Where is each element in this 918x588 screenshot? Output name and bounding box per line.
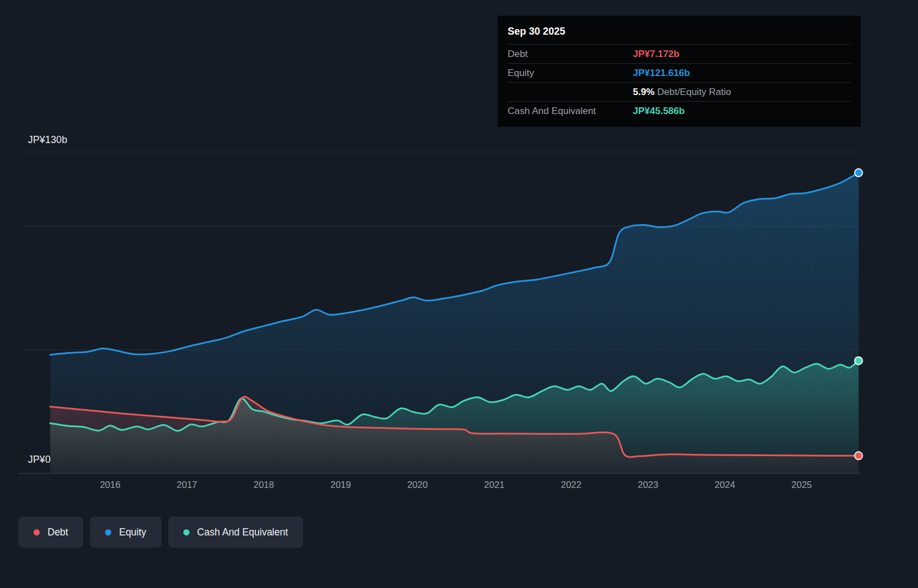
x-axis-label-2021: 2021: [484, 480, 505, 490]
tooltip-row-debt: Debt JP¥7.172b: [508, 44, 851, 63]
x-axis: 2016201720182019202020212022202320242025: [0, 480, 918, 494]
end-marker-equity: [855, 169, 863, 177]
tooltip-ratio-value: 5.9% Debt/Equity Ratio: [633, 87, 731, 98]
debt-series-dot-icon: [34, 529, 40, 535]
end-marker-debt: [855, 452, 863, 459]
end-marker-cash-and-equivalent: [855, 357, 863, 364]
legend-debt-label: Debt: [48, 527, 68, 538]
tooltip-equity-value: JP¥121.616b: [633, 68, 690, 79]
equity-series-dot-icon: [105, 529, 111, 535]
legend-equity-label: Equity: [119, 527, 146, 538]
tooltip: Sep 30 2025 Debt JP¥7.172b Equity JP¥121…: [498, 16, 861, 127]
tooltip-row-equity: Equity JP¥121.616b: [508, 63, 851, 82]
tooltip-date: Sep 30 2025: [508, 20, 851, 44]
legend-item-cash[interactable]: Cash And Equivalent: [168, 516, 303, 548]
cash-series-dot-icon: [183, 529, 190, 535]
x-axis-label-2024: 2024: [714, 480, 735, 490]
legend-item-debt[interactable]: Debt: [18, 516, 83, 548]
financial-history-chart-panel: JP¥130b JP¥0 201620172018201920202021202…: [0, 0, 918, 588]
x-axis-label-2019: 2019: [330, 480, 351, 490]
tooltip-cash-label: Cash And Equivalent: [508, 106, 633, 117]
x-axis-label-2016: 2016: [100, 480, 121, 490]
tooltip-ratio-percent: 5.9%: [633, 87, 655, 97]
x-axis-label-2022: 2022: [561, 480, 581, 490]
x-axis-label-2020: 2020: [407, 480, 428, 490]
tooltip-debt-label: Debt: [508, 49, 633, 60]
tooltip-row-ratio: 5.9% Debt/Equity Ratio: [508, 82, 851, 101]
tooltip-row-cash: Cash And Equivalent JP¥45.586b: [508, 101, 851, 120]
x-axis-label-2025: 2025: [792, 480, 812, 490]
x-axis-label-2018: 2018: [254, 480, 275, 490]
tooltip-ratio-label: Debt/Equity Ratio: [657, 87, 731, 97]
tooltip-cash-value: JP¥45.586b: [633, 106, 685, 117]
legend: Debt Equity Cash And Equivalent: [18, 516, 303, 548]
legend-cash-label: Cash And Equivalent: [197, 527, 288, 538]
tooltip-equity-label: Equity: [508, 68, 633, 79]
x-axis-label-2023: 2023: [638, 480, 659, 490]
x-axis-label-2017: 2017: [177, 480, 197, 490]
legend-item-equity[interactable]: Equity: [90, 516, 162, 548]
tooltip-debt-value: JP¥7.172b: [633, 49, 679, 60]
